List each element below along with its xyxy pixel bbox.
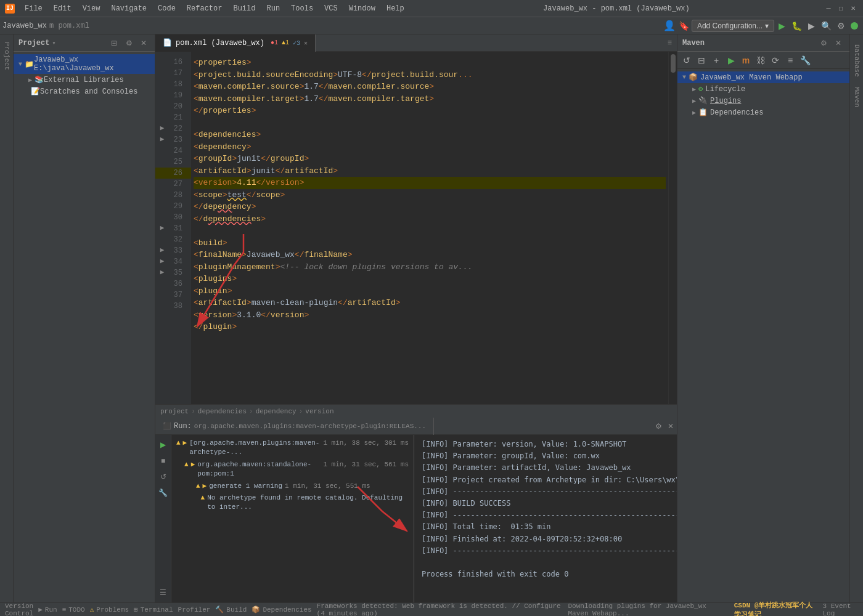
menu-run[interactable]: Run [261, 3, 285, 14]
maven-item-dependencies[interactable]: ▶ 📋 Dependencies [677, 107, 849, 118]
add-configuration-button[interactable]: Add Configuration... ▾ [692, 20, 774, 32]
file-label: m pom.xml [49, 22, 89, 30]
maven-item-plugins[interactable]: ▶ 🔌 Plugins [677, 95, 849, 107]
profiler-tab[interactable]: Profiler [178, 606, 211, 614]
maximize-button[interactable]: □ [836, 4, 846, 14]
settings-button[interactable]: ⚙ [833, 18, 848, 33]
event-log-tab[interactable]: 3 Event Log [823, 602, 858, 617]
debug-button[interactable]: 🐛 [789, 18, 804, 33]
line-23-num: ▶ 23 [155, 134, 191, 145]
maven-item-lifecycle[interactable]: ▶ ⚙ Lifecycle [677, 83, 849, 95]
todo-tab[interactable]: ≡ TODO [62, 606, 85, 614]
output-line-10: [INFO] ---------------------------------… [422, 545, 669, 557]
far-right-panel: Database Maven [849, 34, 863, 602]
run-expand-generate[interactable]: ▶ [203, 482, 207, 491]
problems-tab[interactable]: ⚠ Problems [90, 606, 129, 614]
code-line-19: <maven.compiler.target>1.7</maven.compil… [194, 93, 666, 105]
run-button[interactable]: ▶ [774, 18, 789, 33]
run-expand-root[interactable]: ▶ [183, 439, 187, 448]
run-rerun-button[interactable]: ↺ [157, 471, 170, 483]
tree-item-external-libraries[interactable]: ▶ 📚 External Libraries [14, 74, 155, 86]
collapse-all-button[interactable]: ⊟ [108, 37, 120, 49]
lib-icon: 📚 [35, 75, 44, 84]
minimize-button[interactable]: ─ [824, 4, 833, 14]
run-panel-close-button[interactable]: ✕ [665, 420, 677, 432]
breadcrumb-dependency[interactable]: dependency [256, 408, 297, 415]
maven-sync-button[interactable]: ⟳ [769, 54, 782, 67]
profile-icon-button[interactable]: 👤 [662, 18, 677, 33]
line-17-num: 17 [155, 68, 191, 79]
maven-run-button[interactable]: ▶ [724, 54, 738, 67]
search-everywhere-button[interactable]: 🔍 [819, 18, 833, 33]
maven-refresh-button[interactable]: ↺ [680, 54, 693, 67]
maven-deps-icon: 📋 [698, 108, 708, 117]
tree-item-scratches[interactable]: 📝 Scratches and Consoles [14, 86, 155, 97]
menu-build[interactable]: Build [228, 3, 260, 14]
scrollbar-thumb[interactable] [671, 54, 676, 73]
menu-navigate[interactable]: Navigate [106, 3, 152, 14]
close-panel-button[interactable]: ✕ [137, 37, 150, 49]
maven-panel-header: Maven ⚙ ✕ [677, 34, 849, 52]
menu-view[interactable]: View [78, 3, 105, 14]
close-button[interactable]: ✕ [848, 4, 858, 14]
breadcrumb-project[interactable]: project [160, 408, 189, 415]
vcs-tab[interactable]: Version Control [5, 602, 33, 617]
menu-tools[interactable]: Tools [286, 3, 318, 14]
menu-vcs[interactable]: VCS [319, 3, 343, 14]
run-item-generate[interactable]: ▲ ▶ generate 1 warning 1 min, 31 sec, 55… [171, 480, 414, 492]
menu-file[interactable]: File [20, 3, 47, 14]
run-scroll-button[interactable]: ☰ [157, 586, 170, 599]
maven-link-button[interactable]: ⛓ [754, 54, 767, 67]
project-panel-header: Project ▾ ⊟ ⚙ ✕ [14, 34, 155, 52]
settings-panel-button[interactable]: ⚙ [123, 37, 135, 49]
tab-label: pom.xml (Javaweb_wx) [176, 39, 264, 47]
database-label[interactable]: Database [852, 39, 862, 82]
maven-settings-button[interactable]: ⚙ [817, 37, 830, 49]
code-text-area[interactable]: <properties> <project.build.sourceEncodi… [191, 52, 668, 404]
menu-code[interactable]: Code [153, 3, 181, 14]
breadcrumb-version[interactable]: version [305, 408, 333, 415]
gutter-29 [158, 201, 166, 212]
project-vertical-label[interactable]: Project [2, 39, 12, 73]
run-stop-button[interactable]: ■ [157, 455, 170, 467]
tree-item-root[interactable]: ▼ 📁 Javaweb_wx E:\java\Javaweb_wx [14, 54, 155, 74]
coverage-button[interactable]: ▶ [804, 18, 819, 33]
maven-m-button[interactable]: m [739, 54, 753, 67]
project-dropdown-icon[interactable]: ▾ [52, 39, 55, 47]
menu-edit[interactable]: Edit [49, 3, 76, 14]
maven-lifecycle-button[interactable]: 🔧 [798, 54, 812, 67]
line-28-num: 28 [155, 190, 191, 201]
gutter-32 [158, 234, 166, 245]
run-expand-standalone[interactable]: ▶ [191, 460, 195, 469]
tab-pom-xml[interactable]: 📄 pom.xml (Javaweb_wx) ●1 ▲1 ✓3 ✕ [155, 34, 316, 52]
code-line-30 [194, 225, 666, 237]
menu-help[interactable]: Help [382, 3, 409, 14]
gutter-37 [158, 290, 166, 301]
output-line-1: [INFO] Parameter: version, Value: 1.0-SN… [422, 439, 669, 450]
breadcrumb-dependencies[interactable]: dependencies [198, 408, 247, 415]
run-panel-settings-button[interactable]: ⚙ [652, 420, 665, 432]
maven-add-button[interactable]: + [710, 54, 723, 67]
tab-actions-icon[interactable]: ≡ [663, 39, 677, 47]
bookmark-icon-button[interactable]: 🔖 [677, 18, 692, 33]
maven-close-button[interactable]: ✕ [832, 37, 845, 49]
run-tab-status[interactable]: ▶ ▶ Run Run [38, 606, 57, 614]
run-item-standalone[interactable]: ▲ ▶ org.apache.maven:standalone-pom:pom:… [171, 459, 414, 480]
menu-window[interactable]: Window [344, 3, 380, 14]
tab-close-icon[interactable]: ✕ [304, 39, 308, 47]
breadcrumb-sep-2: › [249, 408, 253, 415]
maven-item-project[interactable]: ▼ 📦 Javaweb_wx Maven Webapp [677, 71, 849, 83]
run-play-button[interactable]: ▶ [157, 439, 170, 451]
run-item-noarchetype[interactable]: ▲ No archetype found in remote catalog. … [171, 492, 414, 514]
maven-parallel-button[interactable]: ≡ [783, 54, 797, 67]
terminal-tab[interactable]: ⊞ Terminal [134, 606, 173, 614]
build-tab[interactable]: 🔨 Build [215, 606, 247, 614]
run-item-root[interactable]: ▲ ▶ [org.apache.maven.plugins:maven-arch… [171, 437, 414, 459]
run-filter-button[interactable]: 🔧 [157, 487, 170, 499]
menu-refactor[interactable]: Refactor [182, 3, 227, 14]
maven-collapse-button[interactable]: ⊟ [695, 54, 708, 67]
code-line-23: <dependency> [194, 141, 666, 153]
maven-side-label[interactable]: Maven [852, 82, 862, 112]
run-tab[interactable]: ⬛ Run: org.apache.maven.plugins:maven-ar… [155, 418, 434, 435]
dependencies-tab[interactable]: 📦 Dependencies [252, 606, 311, 614]
